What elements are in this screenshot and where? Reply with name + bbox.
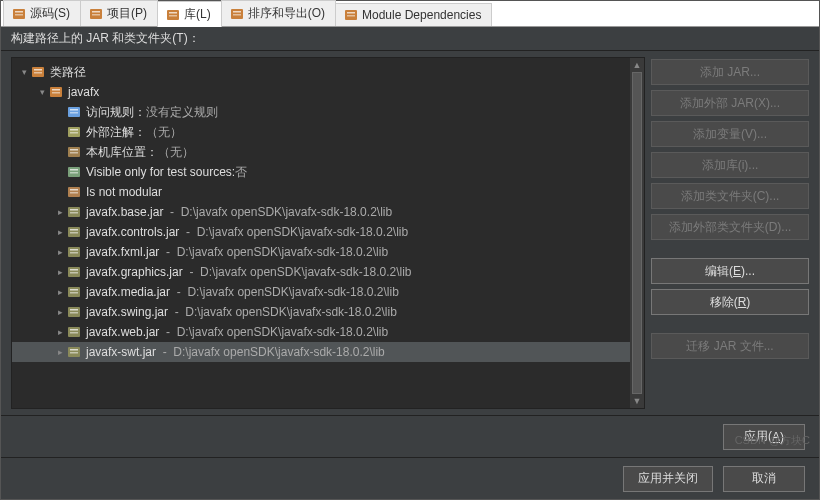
svg-rect-13 bbox=[347, 12, 355, 14]
tab-label: 项目(P) bbox=[107, 5, 147, 22]
svg-rect-1 bbox=[15, 11, 23, 13]
cancel-button[interactable]: 取消 bbox=[723, 466, 805, 492]
jar-node[interactable]: ▸javafx.swing.jar - D:\javafx openSDK\ja… bbox=[12, 302, 630, 322]
tab-bar: 源码(S)项目(P)库(L)排序和导出(O)Module Dependencie… bbox=[1, 1, 819, 27]
svg-rect-58 bbox=[70, 349, 78, 351]
scroll-thumb[interactable] bbox=[632, 72, 642, 394]
jar-path: - D:\javafx openSDK\javafx-sdk-18.0.2\li… bbox=[170, 285, 399, 299]
svg-rect-29 bbox=[70, 152, 78, 154]
jar-name: javafx.web.jar bbox=[86, 325, 159, 339]
jar-node[interactable]: ▸javafx.web.jar - D:\javafx openSDK\java… bbox=[12, 322, 630, 342]
expand-toggle[interactable]: ▸ bbox=[54, 207, 66, 217]
tab-label: 库(L) bbox=[184, 6, 211, 23]
node-label: javafx bbox=[68, 85, 99, 99]
expand-toggle[interactable]: ▸ bbox=[54, 327, 66, 337]
expand-toggle[interactable]: ▸ bbox=[54, 227, 66, 237]
svg-rect-8 bbox=[169, 15, 177, 17]
expand-toggle[interactable]: ▸ bbox=[54, 287, 66, 297]
prop-node[interactable]: 外部注解：（无） bbox=[12, 122, 630, 142]
tab-label: 源码(S) bbox=[30, 5, 70, 22]
footer-close-row: 应用并关闭 取消 bbox=[1, 457, 819, 499]
svg-rect-10 bbox=[233, 11, 241, 13]
prop-node[interactable]: 访问规则：没有定义规则 bbox=[12, 102, 630, 122]
jar-icon bbox=[66, 264, 82, 280]
jar-node[interactable]: ▸javafx-swt.jar - D:\javafx openSDK\java… bbox=[12, 342, 630, 362]
add-class-folder-button[interactable]: 添加类文件夹(C)... bbox=[651, 183, 809, 209]
prop-label: 访问规则： bbox=[86, 104, 146, 121]
expand-toggle[interactable]: ▸ bbox=[54, 247, 66, 257]
svg-rect-46 bbox=[70, 269, 78, 271]
svg-rect-41 bbox=[70, 232, 78, 234]
prop-value: （无） bbox=[146, 124, 182, 141]
module-icon bbox=[344, 8, 358, 22]
svg-rect-31 bbox=[70, 169, 78, 171]
svg-rect-14 bbox=[347, 15, 355, 17]
svg-rect-43 bbox=[70, 249, 78, 251]
prop-node[interactable]: 本机库位置：（无） bbox=[12, 142, 630, 162]
expand-toggle[interactable]: ▸ bbox=[54, 347, 66, 357]
jar-node[interactable]: ▸javafx.graphics.jar - D:\javafx openSDK… bbox=[12, 262, 630, 282]
prop-node[interactable]: Visible only for test sources: 否 bbox=[12, 162, 630, 182]
jar-node[interactable]: ▸javafx.media.jar - D:\javafx openSDK\ja… bbox=[12, 282, 630, 302]
add-library-button[interactable]: 添加库(i)... bbox=[651, 152, 809, 178]
jar-name: javafx.fxml.jar bbox=[86, 245, 159, 259]
svg-rect-44 bbox=[70, 252, 78, 254]
tab-p[interactable]: 项目(P) bbox=[80, 0, 158, 26]
apply-and-close-button[interactable]: 应用并关闭 bbox=[623, 466, 713, 492]
order-icon bbox=[230, 7, 244, 21]
jar-icon bbox=[66, 244, 82, 260]
jar-node[interactable]: ▸javafx.controls.jar - D:\javafx openSDK… bbox=[12, 222, 630, 242]
root-node[interactable]: ▾类路径 bbox=[12, 62, 630, 82]
edit-button[interactable]: 编辑(E)... bbox=[651, 258, 809, 284]
jar-path: - D:\javafx openSDK\javafx-sdk-18.0.2\li… bbox=[179, 225, 408, 239]
apply-button[interactable]: 应用(A) bbox=[723, 424, 805, 450]
content-area: ▾类路径▾javafx访问规则：没有定义规则外部注解：（无）本机库位置：（无）V… bbox=[1, 51, 819, 415]
footer-apply-row: 应用(A) bbox=[1, 415, 819, 457]
tab-o[interactable]: 排序和导出(O) bbox=[221, 0, 336, 26]
svg-rect-28 bbox=[70, 149, 78, 151]
jar-node[interactable]: ▸javafx.base.jar - D:\javafx openSDK\jav… bbox=[12, 202, 630, 222]
jar-name: javafx.base.jar bbox=[86, 205, 163, 219]
jar-name: javafx.media.jar bbox=[86, 285, 170, 299]
expand-toggle[interactable]: ▸ bbox=[54, 307, 66, 317]
expand-toggle[interactable]: ▾ bbox=[18, 67, 30, 77]
add-external-jar-button[interactable]: 添加外部 JAR(X)... bbox=[651, 90, 809, 116]
source-icon bbox=[12, 7, 26, 21]
tree[interactable]: ▾类路径▾javafx访问规则：没有定义规则外部注解：（无）本机库位置：（无）V… bbox=[12, 58, 630, 408]
jar-path: - D:\javafx openSDK\javafx-sdk-18.0.2\li… bbox=[156, 345, 385, 359]
tab-moduledependencies[interactable]: Module Dependencies bbox=[335, 3, 492, 26]
expand-toggle[interactable]: ▸ bbox=[54, 267, 66, 277]
jar-name: javafx-swt.jar bbox=[86, 345, 156, 359]
add-jar-button[interactable]: 添加 JAR... bbox=[651, 59, 809, 85]
access-icon bbox=[66, 104, 82, 120]
tab-l[interactable]: 库(L) bbox=[157, 1, 222, 27]
native-icon bbox=[66, 144, 82, 160]
prop-label: Visible only for test sources: bbox=[86, 165, 235, 179]
library-node[interactable]: ▾javafx bbox=[12, 82, 630, 102]
svg-rect-17 bbox=[34, 72, 42, 74]
svg-rect-32 bbox=[70, 172, 78, 174]
jar-icon bbox=[66, 204, 82, 220]
scroll-down-button[interactable]: ▼ bbox=[630, 394, 644, 408]
expand-toggle[interactable]: ▾ bbox=[36, 87, 48, 97]
svg-rect-38 bbox=[70, 212, 78, 214]
tab-s[interactable]: 源码(S) bbox=[3, 0, 81, 26]
migrate-jar-button[interactable]: 迁移 JAR 文件... bbox=[651, 333, 809, 359]
add-external-class-folder-button[interactable]: 添加外部类文件夹(D)... bbox=[651, 214, 809, 240]
prop-node[interactable]: Is not modular bbox=[12, 182, 630, 202]
jar-node[interactable]: ▸javafx.fxml.jar - D:\javafx openSDK\jav… bbox=[12, 242, 630, 262]
svg-rect-5 bbox=[92, 14, 100, 16]
svg-rect-7 bbox=[169, 12, 177, 14]
remove-button[interactable]: 移除(R) bbox=[651, 289, 809, 315]
add-variable-button[interactable]: 添加变量(V)... bbox=[651, 121, 809, 147]
annotation-icon bbox=[66, 124, 82, 140]
vertical-scrollbar[interactable]: ▲ ▼ bbox=[630, 58, 644, 408]
jar-path: - D:\javafx openSDK\javafx-sdk-18.0.2\li… bbox=[159, 245, 388, 259]
svg-rect-34 bbox=[70, 189, 78, 191]
jar-path: - D:\javafx openSDK\javafx-sdk-18.0.2\li… bbox=[183, 265, 412, 279]
svg-rect-47 bbox=[70, 272, 78, 274]
jar-icon bbox=[66, 344, 82, 360]
tab-label: 排序和导出(O) bbox=[248, 5, 325, 22]
svg-rect-37 bbox=[70, 209, 78, 211]
scroll-up-button[interactable]: ▲ bbox=[630, 58, 644, 72]
